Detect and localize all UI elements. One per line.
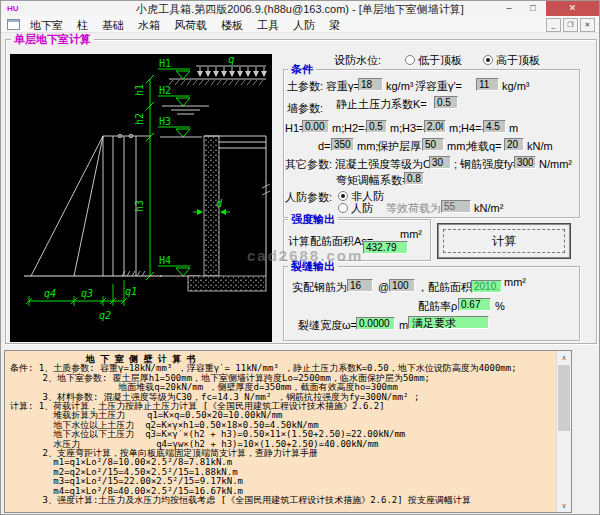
thickness-unit: mm; [357,140,378,152]
condition-group-title: 条件 [288,63,316,75]
other-param-label: 其它参数: 混凝土强度等级为C [285,158,431,170]
unit-weight-input[interactable] [358,78,383,91]
scroll-up-icon[interactable]: ∧ [557,351,571,364]
level-label-h4: H4 [159,255,171,266]
h4-label: H4=- [461,122,485,134]
thickness-label: d [216,198,223,209]
main-group-title: 单层地下室计算 [11,33,94,45]
as-unit: mm² [400,228,422,240]
menu-tools[interactable]: 工具 [250,17,286,34]
thickness-input[interactable] [331,138,354,151]
level-label-h2: H2 [159,85,171,96]
app-window: HU 小虎工具箱.第四版2006.9.(h88u@163.com) - [单层地… [0,0,600,515]
menu-basement[interactable]: 地下室 [23,17,70,34]
equiv-load-label: 等效荷载为 [386,202,441,214]
radio-civil-defense[interactable] [338,203,348,213]
buoyant-weight-unit: kg/m³ [502,80,530,92]
menu-foundation[interactable]: 基础 [95,17,131,34]
section-diagram: q H1 H2 H3 H4 [10,54,272,342]
actual-area-unit: mm² [504,276,526,288]
report-scrollbar[interactable]: ∧ ∨ [556,351,571,512]
mdi-window-buttons: _ ❐ ✕ [546,18,595,32]
dim-label-h1: h1 [134,84,145,96]
h4-input[interactable] [483,120,506,133]
radio-below-top-slab-label: 低于顶板 [418,54,462,66]
h1-unit: m; [332,122,344,134]
rebar-spacing-input[interactable] [389,279,415,292]
close-button[interactable]: ✕ [546,1,599,16]
menu-watertank[interactable]: 水箱 [131,17,167,34]
menu-bar: 地下室 柱 基础 水箱 风荷载 楼板 工具 人防 梁 _ ❐ ✕ [1,16,599,33]
surcharge-input[interactable] [504,138,524,151]
calculate-button[interactable]: 计算 [437,223,571,259]
mdi-restore-button[interactable]: ❐ [563,18,578,32]
fy-label: ; 钢筋强度fy= [454,158,519,170]
maximize-button[interactable]: □ [522,1,544,16]
equiv-load-unit: kN/m² [474,202,503,214]
pressure-label-q2: q2 [99,310,111,321]
fy-input[interactable] [514,156,536,169]
mdi-close-button[interactable]: ✕ [580,18,595,32]
title-bar: HU 小虎工具箱.第四版2006.9.(h88u@163.com) - [单层地… [1,1,599,16]
mdi-minimize-button[interactable]: _ [546,18,561,32]
crack-width-field[interactable] [356,317,395,330]
menu-windload[interactable]: 风荷载 [167,17,214,34]
rebar-at-label: @ [378,281,389,293]
document-icon[interactable] [7,19,20,30]
cover-unit: mm; [447,140,468,152]
radio-non-civil-defense[interactable] [338,191,348,201]
water-level-label: 设防水位: [334,54,381,66]
h3-unit: m; [449,122,461,134]
dim-label-h2: h2 [134,113,145,125]
h2-unit: m; [390,122,402,134]
crack-width-label: 裂缝宽度ω= [298,319,357,331]
as-value-field[interactable] [363,241,408,254]
as-label: 计算配筋面积As= [288,235,373,247]
report-textarea[interactable]: 地 下 室 侧 壁 计 算 书 条件: 1、土质参数: 容重γ=18kN/mm³… [4,350,572,513]
report-line: 3、强度计算:土压力及水压力均按恒载考虑 [《全国民用建筑工程设计技术措施》2.… [10,496,553,505]
buoyant-weight-input[interactable] [476,78,499,91]
equiv-load-input[interactable] [441,200,471,213]
report-text: 地 下 室 侧 壁 计 算 书 条件: 1、土质参数: 容重γ=18kN/mm³… [10,355,553,506]
cover-input[interactable] [422,138,444,151]
radio-above-top-slab[interactable] [483,55,493,65]
h3-label: H3=- [402,122,426,134]
ratio-unit: % [495,300,505,312]
buoyant-weight-label: 浮容重γ′= [415,80,462,92]
radio-below-top-slab[interactable] [405,55,415,65]
k0-label: 静止土压力系数K= [336,98,427,110]
level-label-h3: H3 [159,116,171,127]
cover-label: 保护层厚 [377,140,421,152]
thickness-label-d: d= [318,140,331,152]
minimize-button[interactable]: – [498,1,520,16]
verdict-badge: 满足要求 [408,316,489,329]
menu-beam[interactable]: 梁 [322,17,347,34]
pressure-label-q3: q3 [81,288,93,299]
actual-area-field[interactable] [471,280,502,293]
radio-civil-defense-label: 人防 [351,202,373,214]
wall-param-label: 墙参数: [287,102,323,114]
scrollbar-thumb[interactable] [558,365,570,431]
menu-items: 地下室 柱 基础 水箱 风荷载 楼板 工具 人防 梁 [23,17,347,34]
surcharge-q-label: 堆载q= [467,140,502,152]
unit-weight-unit: kg/m³ [386,80,414,92]
h3-input[interactable] [424,120,446,133]
h4-unit: m [509,122,518,134]
scroll-down-icon[interactable]: ∨ [557,499,571,512]
h1-input[interactable] [302,120,329,133]
ratio-field[interactable] [458,298,491,311]
h2-label: H2=- [344,122,368,134]
menu-civildefense[interactable]: 人防 [286,17,322,34]
menu-column[interactable]: 柱 [70,17,95,34]
rebar-dia-input[interactable] [347,279,373,292]
level-label-h1: H1 [159,58,171,69]
k0-input[interactable] [434,96,458,109]
moment-factor-input[interactable] [404,172,424,185]
radio-non-civil-defense-label: 非人防 [351,190,384,202]
pressure-label-q4: q4 [44,288,56,299]
concrete-grade-input[interactable] [429,156,451,169]
crack-group-title: 裂缝输出 [288,260,338,272]
pressure-label-q1: q1 [125,286,137,297]
h2-input[interactable] [366,120,387,133]
menu-slab[interactable]: 楼板 [214,17,250,34]
